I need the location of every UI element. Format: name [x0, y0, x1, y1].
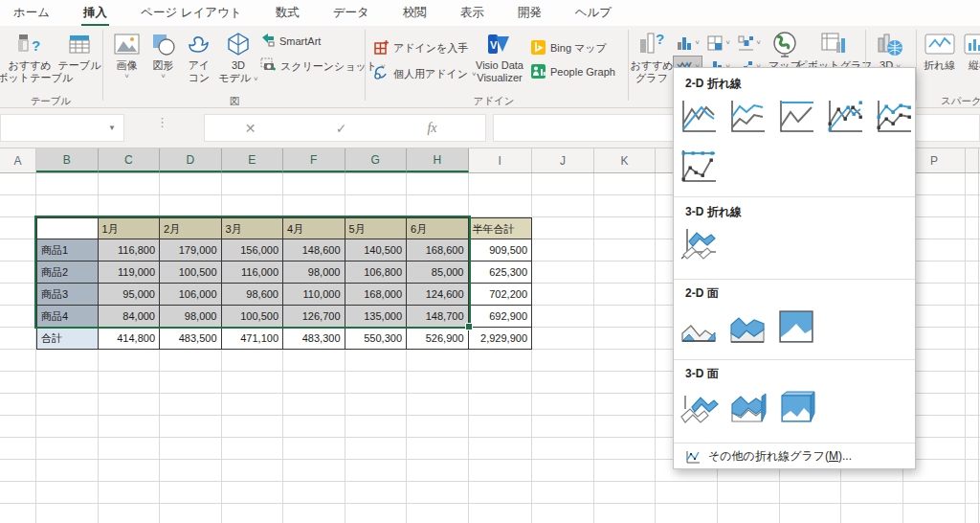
get-addins-button[interactable]: アドインを入手 [373, 38, 468, 57]
column-header-H[interactable]: H [407, 148, 469, 172]
people-graph-button[interactable]: People Graph [530, 62, 615, 81]
table-cell[interactable]: 商品3 [36, 284, 99, 306]
table-cell[interactable]: 124,600 [407, 284, 469, 306]
tab-help[interactable]: ヘルプ [573, 0, 613, 27]
table-cell[interactable]: 116,800 [99, 239, 161, 262]
table-cell[interactable]: 3月 [222, 217, 284, 239]
recommended-charts-button[interactable]: ? おすすめグラフ [632, 29, 672, 102]
formula-bar-drag-handle[interactable]: ⋮ [156, 117, 168, 127]
smartart-button[interactable]: SmartArt [260, 32, 321, 51]
more-line-charts-item[interactable]: その他の折れ線グラフ(M)... [674, 443, 915, 469]
table-cell[interactable]: 168,600 [407, 239, 469, 262]
table-cell[interactable]: 98,000 [283, 262, 345, 284]
table-cell[interactable]: 471,100 [222, 328, 284, 350]
table-cell[interactable]: 95,000 [99, 284, 161, 306]
enter-icon[interactable]: ✓ [296, 121, 387, 136]
tab-page-layout[interactable]: ページ レイアウト [139, 0, 244, 27]
table-cell[interactable]: 168,000 [345, 284, 408, 306]
insert-function-icon[interactable]: fx [387, 121, 478, 136]
table-cell[interactable]: 2月 [160, 217, 222, 239]
tab-data[interactable]: データ [331, 0, 371, 27]
table-button[interactable]: テーブル [60, 29, 99, 102]
table-cell[interactable]: 合計 [36, 328, 99, 350]
icons-button[interactable]: アイコン [182, 29, 216, 102]
menu-thumb-3d-100-stacked-area[interactable] [775, 387, 817, 427]
column-header-K[interactable]: K [594, 148, 656, 172]
menu-thumb-stacked-line[interactable] [726, 97, 768, 137]
table-cell[interactable]: 商品2 [36, 262, 99, 284]
table-cell[interactable]: 909,500 [469, 239, 533, 262]
visio-data-visualizer-button[interactable]: V Visio DataVisualizer [473, 29, 526, 102]
column-header-B[interactable]: B [36, 148, 99, 172]
menu-thumb-100-stacked-line[interactable] [775, 97, 817, 137]
recommended-pivottables-button[interactable]: ? おすすめピボットテーブル [0, 29, 59, 102]
column-header-I[interactable]: I [469, 148, 533, 172]
tab-home[interactable]: ホーム [11, 0, 52, 27]
menu-thumb-line[interactable] [678, 97, 720, 137]
tab-view[interactable]: 表示 [458, 0, 486, 27]
column-header-C[interactable]: C [99, 148, 161, 172]
table-cell[interactable]: 156,000 [222, 239, 284, 262]
table-cell[interactable]: 85,000 [407, 262, 469, 284]
bing-maps-button[interactable]: Bing マップ [530, 38, 607, 57]
menu-thumb-line-markers[interactable] [824, 97, 866, 137]
column-header-A[interactable]: A [0, 148, 36, 172]
table-cell[interactable]: 119,000 [99, 262, 161, 284]
name-box-dropdown-icon[interactable]: ▼ [108, 124, 116, 132]
pictures-button[interactable]: 画像 ˅ [109, 29, 145, 102]
shapes-button[interactable]: 図形 ˅ [145, 29, 181, 102]
table-cell[interactable]: 414,800 [99, 328, 161, 350]
insert-hierarchy-chart-button[interactable]: ˅ [703, 32, 733, 54]
column-header-G[interactable]: G [345, 148, 408, 172]
table-cell[interactable] [36, 217, 99, 239]
table-cell[interactable]: 625,300 [469, 262, 533, 284]
table-cell[interactable]: 116,000 [222, 262, 284, 284]
menu-thumb-100-stacked-area[interactable] [775, 307, 817, 347]
column-header-partial[interactable] [966, 148, 979, 172]
menu-thumb-3d-area[interactable] [678, 387, 720, 427]
table-cell[interactable]: 148,700 [407, 306, 469, 328]
menu-thumb-stacked-line-markers[interactable] [873, 97, 915, 137]
menu-thumb-3d-stacked-area[interactable] [726, 387, 768, 427]
table-cell[interactable]: 179,000 [160, 239, 222, 262]
column-header-F[interactable]: F [283, 148, 345, 172]
menu-thumb-100-stacked-line-markers[interactable] [678, 147, 720, 187]
table-cell[interactable]: 550,300 [345, 328, 408, 350]
menu-thumb-stacked-area[interactable] [726, 307, 768, 347]
insert-column-chart-button[interactable]: ˅ [673, 32, 702, 54]
tab-formulas[interactable]: 数式 [274, 0, 301, 27]
tab-developer[interactable]: 開発 [516, 0, 544, 27]
table-cell[interactable]: 半年合計 [469, 217, 533, 239]
sparkline-column-button[interactable]: 縦棒 [960, 29, 980, 102]
table-cell[interactable]: 100,500 [222, 306, 284, 328]
table-cell[interactable]: 商品4 [36, 306, 99, 328]
table-cell[interactable]: 98,600 [222, 284, 284, 306]
my-addins-button[interactable]: 個人用アドイン ˅ [373, 64, 477, 83]
table-cell[interactable]: 4月 [283, 217, 345, 239]
table-cell[interactable]: 135,000 [345, 306, 408, 328]
screenshot-button[interactable]: スクリーンショット ˅ [260, 57, 386, 76]
column-header-D[interactable]: D [160, 148, 222, 172]
3d-models-button[interactable]: 3Dモデル ˅ [218, 29, 258, 102]
table-cell[interactable]: 106,800 [345, 262, 408, 284]
table-cell[interactable]: 526,900 [407, 328, 469, 350]
table-cell[interactable]: 702,200 [469, 284, 533, 306]
column-header-J[interactable]: J [532, 148, 594, 172]
table-cell[interactable]: 126,700 [283, 306, 345, 328]
table-cell[interactable]: 100,500 [160, 262, 222, 284]
table-cell[interactable]: 2,929,900 [469, 328, 533, 350]
table-cell[interactable]: 148,600 [283, 239, 345, 262]
name-box[interactable]: ▼ [0, 114, 124, 142]
table-cell[interactable]: 692,900 [469, 306, 533, 328]
column-header-E[interactable]: E [222, 148, 284, 172]
table-cell[interactable]: 84,000 [99, 306, 161, 328]
insert-waterfall-chart-button[interactable]: ˅ [734, 32, 764, 54]
sparkline-line-button[interactable]: 折れ線 [921, 29, 959, 102]
table-cell[interactable]: 110,000 [283, 284, 345, 306]
table-cell[interactable]: 98,000 [160, 306, 222, 328]
table-cell[interactable]: 140,500 [345, 239, 408, 262]
table-cell[interactable]: 5月 [345, 217, 408, 239]
menu-thumb-area[interactable] [678, 307, 720, 347]
table-cell[interactable]: 106,000 [160, 284, 222, 306]
table-cell[interactable]: 483,500 [160, 328, 222, 350]
